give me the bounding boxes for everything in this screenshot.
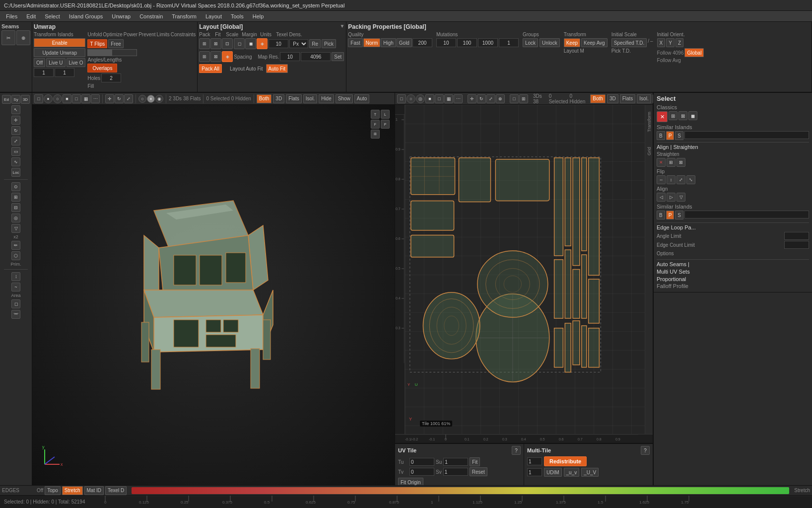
- holes-input[interactable]: [101, 73, 121, 82]
- unfold-input1[interactable]: [34, 68, 54, 77]
- redistribute-btn[interactable]: Redistribute: [544, 456, 587, 466]
- mut-val4[interactable]: [499, 38, 519, 47]
- align-d-icon[interactable]: ▽: [677, 193, 685, 202]
- menu-unwrap[interactable]: Unwrap: [108, 12, 135, 20]
- free-btn[interactable]: Free: [108, 39, 124, 48]
- sel-x-icon[interactable]: ✕: [657, 111, 668, 122]
- uv-dots-icon[interactable]: ⋯: [454, 94, 463, 103]
- lock-btn[interactable]: Lock: [523, 38, 538, 47]
- line2-icon[interactable]: ⫶: [11, 272, 20, 281]
- quality-val[interactable]: [412, 38, 432, 47]
- keep-btn[interactable]: Keep: [564, 38, 580, 47]
- shading-flat-icon[interactable]: ●: [147, 95, 155, 103]
- move3d-icon[interactable]: ✛: [105, 94, 114, 103]
- move-icon[interactable]: ✛: [11, 116, 20, 125]
- 3d-sphere-solid-icon[interactable]: ●: [44, 94, 53, 103]
- pick-btn[interactable]: Pick: [322, 39, 336, 48]
- loop2-icon[interactable]: ◎: [11, 214, 20, 222]
- overlaps-btn[interactable]: Overlaps: [87, 64, 117, 73]
- pack-icon1[interactable]: ⊞: [199, 38, 210, 49]
- uv-btn-mt[interactable]: _u_v: [564, 468, 580, 477]
- viewport-3d-canvas[interactable]: x y T L F P ⊞: [32, 105, 395, 485]
- B2-btn[interactable]: B: [657, 211, 665, 219]
- norm-btn[interactable]: Norm: [363, 38, 380, 47]
- straighten-d-icon[interactable]: ⊠: [677, 158, 685, 167]
- menu-layout[interactable]: Layout: [202, 12, 226, 20]
- scale-input[interactable]: [269, 39, 288, 48]
- edit-icon[interactable]: Ed: [2, 95, 11, 104]
- view-P-icon[interactable]: P: [381, 120, 390, 129]
- menu-files[interactable]: Files: [2, 12, 21, 20]
- triangle2-icon[interactable]: ▽: [11, 224, 20, 233]
- B-btn[interactable]: B: [657, 131, 665, 140]
- fit-btn-uv[interactable]: Fit: [470, 457, 480, 466]
- y-btn[interactable]: Y: [666, 38, 675, 47]
- specified-td-btn[interactable]: Specified T.D.: [611, 38, 647, 47]
- fit-icon3[interactable]: ◈: [257, 38, 268, 49]
- uv-square-icon[interactable]: □: [397, 94, 406, 103]
- mut-val2[interactable]: [457, 38, 477, 47]
- P2-btn[interactable]: P: [666, 211, 675, 219]
- flip-h-icon[interactable]: ↔: [657, 175, 666, 184]
- transform2-icon[interactable]: ⊞: [11, 193, 20, 202]
- off-btn[interactable]: Off: [34, 58, 45, 67]
- view-top-icon[interactable]: T: [371, 110, 380, 119]
- unfold-input2[interactable]: [55, 68, 74, 77]
- similar-input[interactable]: [684, 131, 809, 139]
- tu-input[interactable]: [409, 458, 434, 466]
- flip-d2-icon[interactable]: ⤡: [686, 175, 695, 184]
- shading-off-icon[interactable]: ○: [138, 95, 146, 103]
- align-r-icon[interactable]: ▷: [667, 193, 676, 202]
- loc-icon[interactable]: Loc: [11, 168, 20, 177]
- grid2-icon[interactable]: ⊟: [11, 203, 20, 212]
- high-btn[interactable]: High: [381, 38, 396, 47]
- live-o-btn[interactable]: Live O: [67, 58, 86, 67]
- align-l-icon[interactable]: ◁: [657, 193, 666, 202]
- scale-icon[interactable]: ⤢: [11, 137, 20, 145]
- spacing-icon1[interactable]: ⊞: [199, 51, 210, 62]
- reset-btn-uv[interactable]: Reset: [470, 467, 487, 476]
- 3d-sphere-wire-icon[interactable]: ○: [53, 94, 62, 103]
- map-res-val[interactable]: [301, 52, 331, 61]
- S-btn[interactable]: S: [675, 131, 683, 140]
- edge-count-input[interactable]: [784, 241, 809, 249]
- enable-btn[interactable]: Enable: [34, 38, 85, 47]
- sel-grid2-icon[interactable]: ⊠: [678, 111, 687, 120]
- 3d-dots-icon[interactable]: ⋯: [91, 94, 100, 103]
- topo-btn[interactable]: Topo: [45, 486, 61, 495]
- uv-tile-help-icon[interactable]: ?: [512, 446, 521, 455]
- mut-val1[interactable]: [436, 38, 456, 47]
- straighten-x-icon[interactable]: ✕: [657, 158, 666, 167]
- UV2-btn-mt[interactable]: _U_V: [581, 468, 599, 477]
- uv-display1-icon[interactable]: □: [510, 94, 519, 103]
- sel-fill-icon[interactable]: ◼: [688, 111, 697, 120]
- angle-limit-input[interactable]: [784, 232, 809, 240]
- flip-v-icon[interactable]: ↕: [667, 175, 676, 184]
- cut-sel-icon[interactable]: ⌤: [11, 310, 20, 319]
- flip-d-icon[interactable]: ⤢: [677, 175, 685, 184]
- udim-btn[interactable]: UDIM: [544, 468, 562, 477]
- pack-icon3[interactable]: ⊡: [222, 38, 233, 49]
- global-btn[interactable]: Global: [684, 48, 704, 57]
- rotate3d-icon[interactable]: ↻: [115, 94, 124, 103]
- rotate-icon[interactable]: ↻: [11, 126, 20, 135]
- uv-cube2-icon[interactable]: □: [435, 94, 444, 103]
- sv-input[interactable]: [443, 468, 468, 476]
- uv-scale2-icon[interactable]: ⤢: [486, 94, 495, 103]
- stretch-btn[interactable]: Stretch: [62, 486, 83, 495]
- menu-tools[interactable]: Tools: [227, 12, 248, 20]
- units-dropdown[interactable]: Px %: [289, 39, 308, 48]
- fit-icon1[interactable]: ◻: [234, 38, 245, 49]
- fit-origin-btn[interactable]: Fit Origin: [398, 478, 423, 485]
- arrow-select-icon[interactable]: ↖: [11, 105, 20, 114]
- re-btn[interactable]: Re: [309, 39, 321, 48]
- 3d-flat-icon[interactable]: ▦: [81, 94, 90, 103]
- pencil-icon[interactable]: ✏: [11, 241, 20, 250]
- similar-input2[interactable]: [684, 211, 809, 218]
- uv-sphere1-icon[interactable]: ○: [406, 94, 415, 103]
- uv-grid-icon[interactable]: ▦: [444, 94, 453, 103]
- uv-rotate-icon[interactable]: ↻: [477, 94, 486, 103]
- isol-btn-3d[interactable]: Isol.: [303, 94, 317, 103]
- menu-edit[interactable]: Edit: [22, 12, 40, 20]
- gold-btn[interactable]: Gold: [397, 38, 412, 47]
